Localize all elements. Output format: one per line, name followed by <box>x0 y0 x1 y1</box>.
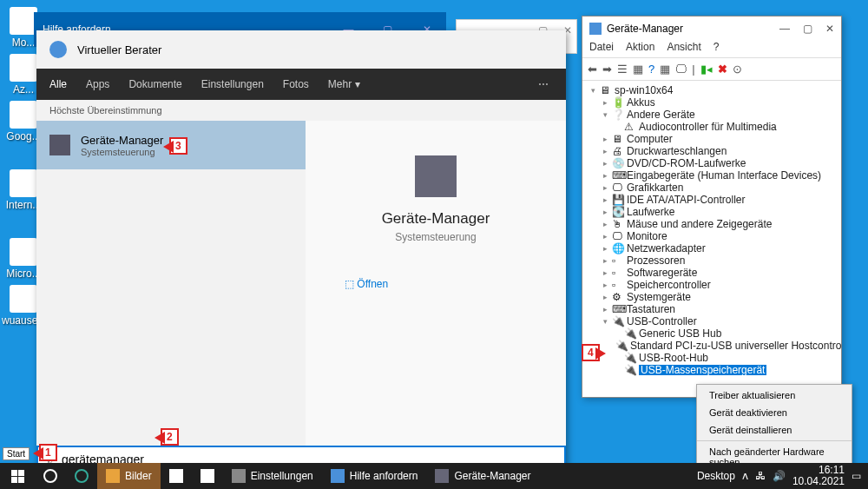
taskbar: Bilder Einstellungen Hilfe anfordern Ger… <box>0 463 868 489</box>
start-tooltip: Start <box>3 447 30 460</box>
chevron-up-icon[interactable]: ᴧ <box>742 470 748 482</box>
close-button[interactable]: ✕ <box>825 23 834 35</box>
toolbar: ⬅ ➡ ☰ ▦ ? ▦ 🖵 | ▮◂ ✖ ⊙ <box>582 58 841 81</box>
taskbar-item[interactable]: Hilfe anfordern <box>322 463 427 489</box>
tree-node[interactable]: 🔌Standard PCI-zu-USB universeller Hostco… <box>591 340 841 352</box>
ctx-update-driver[interactable]: Treiber aktualisieren <box>697 387 852 404</box>
tree-node[interactable]: ▸🖵Grafikkarten <box>591 182 841 194</box>
tab-photos[interactable]: Fotos <box>283 78 309 90</box>
disable-icon[interactable]: ✖ <box>718 63 727 76</box>
annotation-1: 1 <box>39 444 57 461</box>
cortana-button[interactable] <box>35 463 66 489</box>
toolbar-icon[interactable]: ▦ <box>633 63 643 76</box>
edge-button[interactable] <box>66 463 97 489</box>
tree-node[interactable]: ▸🔋Akkus <box>591 96 841 109</box>
help-icon[interactable]: ? <box>648 63 654 76</box>
volume-icon[interactable]: 🔊 <box>773 470 786 482</box>
result-subtitle: Systemsteuerung <box>81 147 163 157</box>
tree-node[interactable]: ▸⌨Eingabegeräte (Human Interface Devices… <box>591 169 841 182</box>
tree-node[interactable]: ⚠Audiocontroller für Multimedia <box>591 121 841 133</box>
devicemanager-icon <box>589 23 602 35</box>
tree-node[interactable]: 🔌USB-Root-Hub <box>591 352 841 364</box>
tab-all[interactable]: Alle <box>49 78 67 90</box>
assistant-title: Virtueller Berater <box>77 43 161 56</box>
toolbar-icon[interactable]: 🖵 <box>675 63 687 76</box>
tree-node[interactable]: ▸💿DVD/CD-ROM-Laufwerke <box>591 157 841 169</box>
tree-node[interactable]: 🔌Generic USB Hub <box>591 327 841 340</box>
tree-node[interactable]: ▾❔Andere Geräte <box>591 109 841 121</box>
devicemanager-icon <box>415 155 457 197</box>
tree-node[interactable]: ▸🖨Druckwarteschlangen <box>591 145 841 157</box>
tree-node[interactable]: ▸🌐Netzwerkadapter <box>591 242 841 254</box>
tree-node[interactable]: ▸🖥Computer <box>591 133 841 145</box>
network-icon[interactable]: 🖧 <box>755 470 766 482</box>
window-title: Geräte-Manager <box>607 23 683 35</box>
preview-title: Geräte-Manager <box>306 210 566 228</box>
notifications-icon[interactable]: ▭ <box>852 470 861 482</box>
result-title: Geräte-Manager <box>81 134 163 147</box>
preview-subtitle: Systemsteuerung <box>306 231 566 243</box>
desktop-toolbar[interactable]: Desktop <box>697 470 735 482</box>
tree-node[interactable]: ▸💾IDE ATA/ATAPI-Controller <box>591 194 841 206</box>
menu-file[interactable]: Datei <box>589 41 614 57</box>
tree-node-usb[interactable]: ▾🔌USB-Controller <box>591 315 841 327</box>
menu-help[interactable]: ? <box>713 41 720 57</box>
search-panel: Virtueller Berater Alle Apps Dokumente E… <box>36 30 566 473</box>
annotation-2: 2 <box>161 428 179 446</box>
open-action[interactable]: Öffnen <box>306 278 566 290</box>
tree-node[interactable]: ▸🖵Monitore <box>591 230 841 242</box>
tree-node[interactable]: ▸▫Speichercontroller <box>591 279 841 291</box>
tree-node-selected[interactable]: 🔌USB-Massenspeichergerät <box>591 364 841 376</box>
tab-more[interactable]: Mehr ▾ <box>328 78 360 90</box>
tree-node[interactable]: ▸🖱Mäuse und andere Zeigegeräte <box>591 218 841 230</box>
tree-node[interactable]: ▸▫Prozessoren <box>591 254 841 267</box>
maximize-button[interactable]: ▢ <box>803 23 812 35</box>
device-tree: ▾🖥sp-win10x64 ▸🔋Akkus ▾❔Andere Geräte ⚠A… <box>582 81 841 380</box>
annotation-3: 3 <box>169 137 187 155</box>
ctx-uninstall-device[interactable]: Gerät deinstallieren <box>697 421 852 439</box>
toolbar-icon[interactable]: ▦ <box>660 63 670 76</box>
tab-documents[interactable]: Dokumente <box>128 78 181 90</box>
tree-node[interactable]: ▸⚙Systemgeräte <box>591 291 841 303</box>
menu-view[interactable]: Ansicht <box>667 41 700 57</box>
taskbar-item[interactable]: Bilder <box>97 463 161 489</box>
clock[interactable]: 16:1110.04.2021 <box>792 465 845 487</box>
feedback-icon[interactable]: ⋯ <box>538 78 549 90</box>
forward-icon[interactable]: ➡ <box>602 63 612 76</box>
tree-node[interactable]: ▸⌨Tastaturen <box>591 303 841 315</box>
annotation-4: 4 <box>582 344 600 361</box>
taskbar-item[interactable]: Geräte-Manager <box>426 463 539 489</box>
minimize-button[interactable]: — <box>779 23 790 35</box>
toolbar-icon[interactable]: ⊙ <box>733 63 742 76</box>
taskbar-item[interactable]: Einstellungen <box>223 463 322 489</box>
devicemanager-icon <box>49 135 70 155</box>
tree-root[interactable]: ▾🖥sp-win10x64 <box>591 84 841 96</box>
enable-icon[interactable]: ▮◂ <box>700 63 713 76</box>
back-icon[interactable]: ⬅ <box>588 63 597 76</box>
tree-node[interactable]: ▸💽Laufwerke <box>591 206 841 218</box>
search-header: Virtueller Berater <box>36 30 566 69</box>
preview-pane: Geräte-Manager Systemsteuerung Öffnen <box>306 121 566 446</box>
taskbar-store[interactable] <box>161 463 192 489</box>
menu-action[interactable]: Aktion <box>626 41 654 57</box>
start-button[interactable] <box>0 463 35 489</box>
ctx-disable-device[interactable]: Gerät deaktivieren <box>697 404 852 421</box>
search-tabs: Alle Apps Dokumente Einstellungen Fotos … <box>36 69 566 100</box>
assistant-icon <box>49 41 67 58</box>
tree-node[interactable]: ▸▫Softwaregeräte <box>591 267 841 279</box>
tab-settings[interactable]: Einstellungen <box>201 78 264 90</box>
taskbar-mail[interactable] <box>192 463 223 489</box>
best-match-label: Höchste Übereinstimmung <box>36 100 566 121</box>
device-manager-window: Geräte-Manager —▢✕ Datei Aktion Ansicht … <box>582 16 842 398</box>
tab-apps[interactable]: Apps <box>86 78 109 90</box>
toolbar-icon[interactable]: ☰ <box>617 63 628 76</box>
